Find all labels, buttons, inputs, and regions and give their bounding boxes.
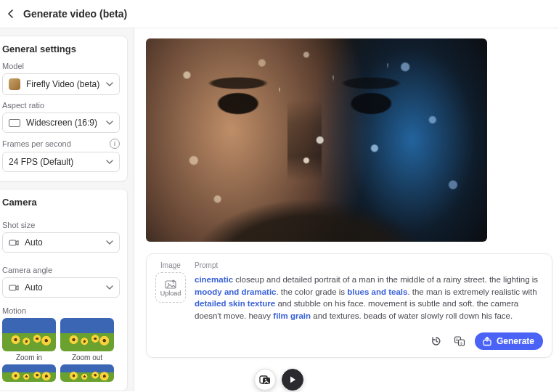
widescreen-icon — [9, 119, 20, 127]
thumb-caption: Zoom out — [72, 354, 102, 362]
sidebar: General settings Model Firefly Video (be… — [0, 28, 134, 391]
upload-icon — [165, 279, 176, 289]
preview-image — [146, 38, 487, 242]
play-icon — [288, 375, 297, 384]
prompt-column: Prompt cinematic closeup and detailed po… — [195, 261, 543, 350]
angle-select[interactable]: Auto — [2, 277, 120, 298]
thumb-image — [60, 318, 114, 351]
panel-camera: Camera Shot size Auto Camera angle — [0, 189, 128, 391]
motion-label: Motion — [2, 306, 120, 315]
generate-label: Generate — [497, 336, 534, 346]
fps-select[interactable]: 24 FPS (Default) — [2, 152, 120, 172]
main-layout: General settings Model Firefly Video (be… — [0, 28, 559, 391]
model-select[interactable]: Firefly Video (beta) — [2, 73, 120, 95]
motion-extra-2[interactable] — [60, 364, 114, 382]
svg-rect-0 — [9, 240, 16, 245]
translate-icon: A文 — [454, 335, 465, 347]
compare-button[interactable] — [254, 369, 276, 391]
content-area: Image Upload Prompt cinematic closeup an… — [134, 28, 559, 391]
aspect-value: Widescreen (16:9) — [26, 118, 97, 128]
topbar: Generate video (beta) — [0, 0, 559, 28]
prompt-textarea[interactable]: cinematic closeup and detailed portrait … — [195, 274, 543, 322]
thumb-image — [2, 364, 56, 382]
general-heading: General settings — [2, 44, 120, 54]
back-button[interactable] — [4, 7, 17, 20]
play-button[interactable] — [282, 369, 303, 391]
shot-label: Shot size — [2, 221, 120, 229]
thumb-image — [60, 364, 114, 382]
history-icon — [431, 335, 442, 347]
motion-thumb-row: Zoom in Zoom out — [2, 318, 120, 362]
fps-label-text: Frames per second — [2, 139, 71, 148]
angle-value: Auto — [25, 282, 43, 293]
video-preview[interactable] — [146, 38, 487, 242]
generate-button[interactable]: Generate — [475, 332, 543, 350]
prompt-actions: A文 Generate — [195, 332, 543, 350]
model-value: Firefly Video (beta) — [26, 79, 99, 89]
svg-point-3 — [168, 283, 169, 285]
image-label: Image — [160, 261, 181, 269]
share-icon — [482, 336, 492, 346]
chevron-down-icon — [106, 239, 113, 246]
image-upload-column: Image Upload — [155, 261, 186, 350]
prompt-label: Prompt — [195, 261, 543, 269]
svg-point-11 — [265, 379, 266, 380]
shot-value: Auto — [25, 237, 43, 248]
chevron-down-icon — [106, 119, 113, 126]
chevron-down-icon — [106, 81, 113, 88]
motion-zoom-out[interactable]: Zoom out — [60, 318, 114, 362]
angle-label: Camera angle — [2, 266, 120, 274]
thumb-caption: Zoom in — [16, 354, 42, 362]
panel-general-settings: General settings Model Firefly Video (be… — [0, 36, 128, 181]
chevron-down-icon — [106, 158, 113, 166]
thumb-image — [2, 318, 56, 351]
chevron-down-icon — [106, 284, 113, 291]
model-label: Model — [2, 62, 120, 70]
history-button[interactable] — [428, 333, 444, 349]
translate-button[interactable]: A文 — [452, 333, 468, 349]
page-title: Generate video (beta) — [23, 8, 127, 20]
aspect-label: Aspect ratio — [2, 101, 120, 110]
motion-thumb-row-2 — [2, 364, 120, 382]
svg-rect-1 — [9, 285, 16, 290]
firefly-icon — [9, 78, 20, 90]
motion-extra-1[interactable] — [2, 364, 56, 382]
fps-value: 24 FPS (Default) — [9, 157, 73, 167]
motion-zoom-in[interactable]: Zoom in — [2, 318, 56, 362]
camera-icon — [9, 237, 19, 248]
aspect-select[interactable]: Widescreen (16:9) — [2, 113, 120, 133]
upload-caption: Upload — [160, 290, 181, 297]
chevron-left-icon — [7, 9, 15, 18]
floating-playback-controls — [254, 369, 303, 391]
fps-label: Frames per second i — [2, 139, 120, 149]
upload-button[interactable]: Upload — [155, 272, 186, 303]
image-compare-icon — [259, 375, 271, 385]
svg-text:文: 文 — [460, 340, 463, 345]
shot-select[interactable]: Auto — [2, 232, 120, 253]
prompt-box: Image Upload Prompt cinematic closeup an… — [146, 253, 552, 358]
camera-heading: Camera — [2, 197, 120, 208]
info-icon[interactable]: i — [110, 139, 120, 149]
camera-icon — [9, 282, 19, 293]
